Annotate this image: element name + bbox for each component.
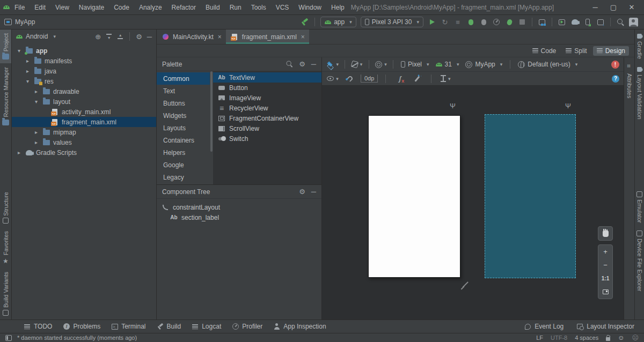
editor-mode-button[interactable]: Code	[529, 46, 560, 56]
tree-expand-chevron[interactable]: ▾	[16, 48, 22, 54]
palette-component[interactable]: ImageView	[213, 93, 321, 103]
tree-row[interactable]: ▾ app	[12, 46, 156, 56]
bottom-tool-window-button[interactable]: TODO	[19, 322, 56, 331]
tool-window-tab[interactable]: Device File Explorer	[635, 227, 644, 295]
run-button[interactable]	[426, 17, 438, 27]
bottom-tool-window-button[interactable]: ! Problems	[58, 322, 105, 331]
blueprint-header-wrench-icon[interactable]: Ψ	[565, 102, 571, 110]
close-button[interactable]: ✕	[623, 1, 641, 14]
menu-item[interactable]: Build	[201, 4, 225, 11]
sdk-manager-button[interactable]: ↓	[595, 17, 606, 27]
tool-window-tab[interactable]: Project	[0, 29, 11, 63]
tree-expand-chevron[interactable]: ▸	[33, 129, 39, 135]
menu-item[interactable]: View	[50, 4, 74, 11]
tree-expand-chevron[interactable]: ▾	[33, 99, 39, 105]
bottom-tool-window-button[interactable]: Profiler	[228, 322, 267, 331]
component-tree-gear-icon[interactable]: ⚙	[299, 188, 305, 195]
zoom-out-button[interactable]: −	[598, 258, 612, 272]
maximize-button[interactable]: ▢	[604, 1, 623, 14]
running-devices-button[interactable]	[556, 17, 568, 27]
menu-item[interactable]: File	[10, 4, 30, 11]
profile-avatar-button[interactable]	[627, 17, 639, 27]
profiler-button[interactable]	[491, 17, 502, 27]
palette-gear-icon[interactable]: ⚙	[299, 61, 305, 68]
device-dropdown[interactable]: Pixel 3 API 30	[361, 17, 423, 27]
design-canvas-area[interactable]: Ψ Ψ + − 1:1	[322, 86, 624, 319]
tool-window-tab[interactable]: Resource Manager	[0, 63, 11, 129]
tree-row[interactable]: ▸ values	[12, 137, 156, 147]
build-hammer-button[interactable]	[299, 17, 311, 27]
tool-window-tab[interactable]: Favorites	[0, 227, 11, 267]
menu-item[interactable]: Window	[294, 4, 326, 11]
indent-indicator[interactable]: 4 spaces	[575, 334, 598, 341]
palette-category[interactable]: Text	[157, 85, 210, 97]
canvas-resize-handle[interactable]	[460, 281, 471, 291]
palette-component[interactable]: Switch	[213, 133, 321, 144]
palette-scrollbar[interactable]	[210, 71, 213, 184]
apply-changes-button[interactable]: ↻	[439, 17, 451, 27]
api-level-selector[interactable]: 31	[434, 61, 462, 68]
locate-file-button[interactable]: ⊕	[95, 33, 101, 40]
palette-category[interactable]: Widgets	[157, 109, 210, 122]
tree-expand-chevron[interactable]: ▸	[25, 68, 31, 74]
design-header-wrench-icon[interactable]: Ψ	[450, 102, 456, 110]
menu-item[interactable]: Help	[326, 4, 349, 11]
apply-code-changes-button[interactable]: ≡	[452, 17, 464, 27]
menu-item[interactable]: Refactor	[167, 4, 201, 11]
tree-expand-chevron[interactable]: ▸	[25, 58, 31, 64]
tree-row[interactable]: ▸ drawable	[12, 86, 156, 96]
bottom-tool-window-button[interactable]: Logcat	[187, 322, 225, 331]
expand-all-button[interactable]	[106, 33, 112, 40]
orientation-button[interactable]	[351, 59, 363, 70]
smiley-face-icon[interactable]: ☺	[618, 334, 624, 341]
navigation-bar[interactable]: MyApp	[4, 18, 35, 26]
editor-mode-button[interactable]: Split	[562, 46, 590, 56]
tree-row[interactable]: ▸ Gradle Scripts	[12, 147, 156, 158]
settings-gear-icon[interactable]: ⚙	[136, 33, 142, 40]
palette-component[interactable]: TextView	[213, 72, 321, 83]
line-ending-indicator[interactable]: LF	[536, 334, 543, 341]
close-tab-icon[interactable]: ×	[218, 33, 222, 41]
tree-row[interactable]: ▸ mipmap	[12, 127, 156, 137]
default-margin-selector[interactable]: 0dp	[361, 75, 378, 83]
search-everywhere-button[interactable]	[614, 17, 626, 27]
tree-expand-chevron[interactable]: ▸	[16, 150, 22, 155]
clear-constraints-button[interactable]: ʃ	[394, 73, 406, 84]
tool-window-tab[interactable]: Structure	[0, 188, 11, 228]
menu-item[interactable]: Edit	[30, 4, 50, 11]
project-view-selector[interactable]: Android	[26, 33, 48, 40]
encoding-indicator[interactable]: UTF-8	[551, 334, 567, 341]
palette-category[interactable]: Layouts	[157, 122, 210, 134]
palette-category[interactable]: Legacy	[157, 171, 210, 183]
palette-category[interactable]: Helpers	[157, 146, 210, 159]
menu-item[interactable]: VCS	[271, 4, 294, 11]
editor-mode-button[interactable]: Design	[593, 46, 629, 56]
stop-button[interactable]	[516, 17, 528, 27]
tool-window-tab[interactable]: Build Variants	[0, 268, 11, 319]
bottom-tool-window-button[interactable]: App Inspection	[269, 322, 330, 331]
menu-item[interactable]: Tools	[246, 4, 271, 11]
tree-row[interactable]: ▸ manifests	[12, 56, 156, 66]
palette-search-icon[interactable]	[287, 61, 293, 68]
design-view-canvas[interactable]	[368, 115, 460, 278]
palette-category[interactable]: Buttons	[157, 97, 210, 109]
component-tree-row[interactable]: constraintLayout	[157, 202, 321, 212]
editor-tab[interactable]: fragment_main.xml ×	[226, 29, 309, 44]
palette-component[interactable]: ScrollView	[213, 123, 321, 133]
bottom-tool-window-button[interactable]: Event Log	[520, 322, 568, 331]
tree-row[interactable]: ▾ res	[12, 76, 156, 86]
device-selector[interactable]: Pixel	[399, 61, 431, 68]
help-badge[interactable]: ?	[612, 75, 619, 83]
tool-window-tab[interactable]: Gradle	[635, 29, 644, 63]
tool-window-tab[interactable]: Emulator	[635, 188, 644, 227]
sync-gradle-button[interactable]	[569, 17, 581, 27]
bottom-tool-window-button[interactable]: Terminal	[107, 322, 150, 331]
close-tab-icon[interactable]: ×	[301, 33, 305, 41]
pan-tool-button[interactable]	[598, 226, 613, 241]
attach-debugger-button[interactable]	[478, 17, 489, 27]
night-mode-button[interactable]	[375, 59, 387, 70]
autoconnect-button[interactable]	[344, 73, 356, 84]
view-options-eye-button[interactable]	[327, 73, 339, 84]
zoom-in-button[interactable]: +	[598, 245, 612, 258]
menu-item[interactable]: Run	[225, 4, 246, 11]
